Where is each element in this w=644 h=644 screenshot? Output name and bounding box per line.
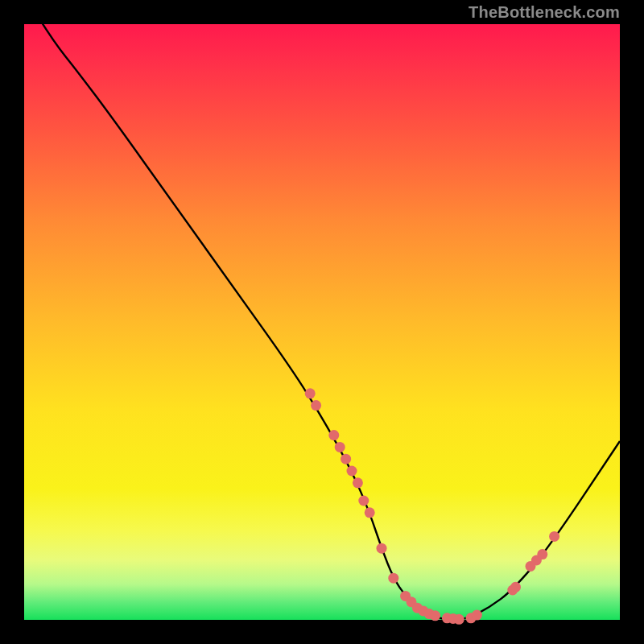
sample-dot [353,477,363,488]
sample-dot [335,442,345,452]
sample-dot [388,573,398,584]
sample-dot [510,582,521,592]
sample-dot [328,430,339,440]
sample-dot [549,531,559,542]
attribution-text: TheBottleneck.com [469,3,620,22]
chart-frame: TheBottleneck.com [0,0,644,644]
plot-area [24,24,620,620]
sample-dot [472,610,482,621]
sample-dot [454,614,464,625]
sample-dot [537,549,547,559]
sample-dot [358,496,369,506]
sample-dot [430,610,440,621]
sample-dot [347,466,357,477]
sample-dot [305,388,316,398]
sample-dots [305,388,559,625]
curve-layer [24,0,620,620]
bottleneck-curve [24,0,620,620]
chart-svg [24,24,620,620]
sample-dot [341,454,351,464]
sample-dot [377,543,387,554]
sample-dot [311,400,321,411]
sample-dot [365,507,375,518]
